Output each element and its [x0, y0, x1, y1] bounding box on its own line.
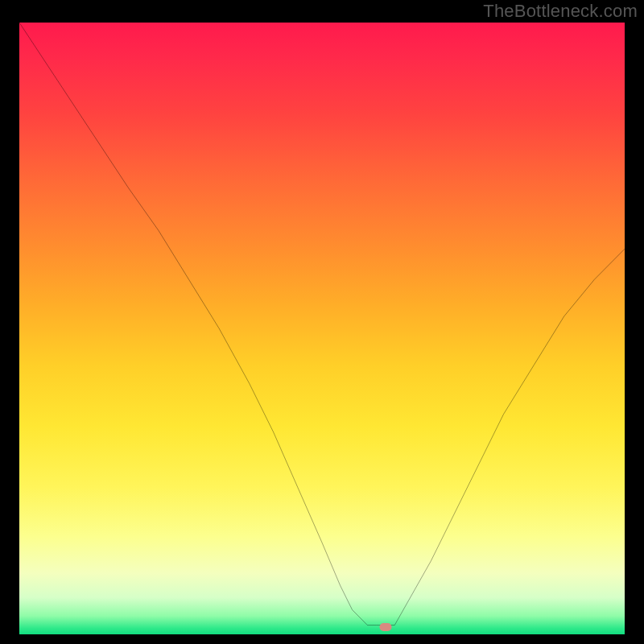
curve-path [19, 23, 625, 625]
plot-area [19, 23, 625, 634]
bottleneck-curve [19, 23, 625, 634]
optimal-point-marker [379, 623, 391, 631]
chart-frame: TheBottleneck.com [0, 0, 644, 644]
watermark-text: TheBottleneck.com [483, 0, 638, 23]
